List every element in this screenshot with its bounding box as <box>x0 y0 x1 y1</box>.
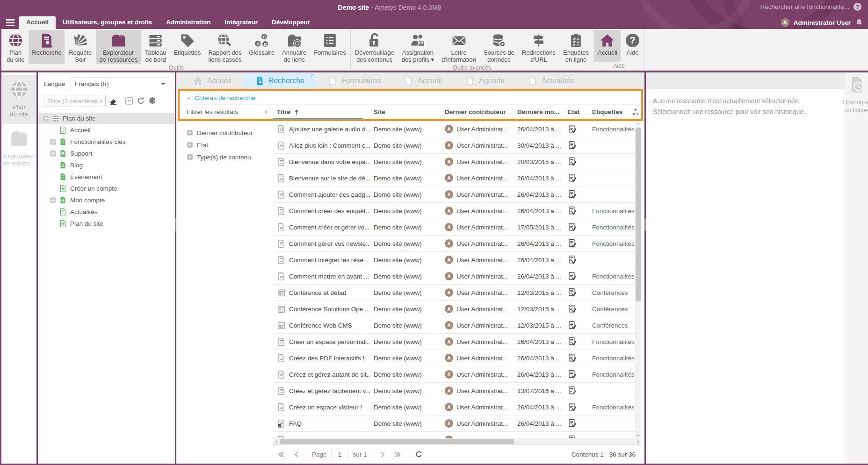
language-select[interactable]: Français (fr) <box>71 78 169 90</box>
workspace-tab-accueil[interactable]: Accueil <box>392 72 454 89</box>
ribbon-button-lettre[interactable]: Lettre d'information <box>438 30 479 64</box>
criteria-toggle-link[interactable]: Critères de recherche <box>195 94 255 101</box>
expand-plus-icon[interactable] <box>187 142 193 148</box>
table-row[interactable]: Comment ajouter des gadg...Demo site (ww… <box>273 186 641 203</box>
ribbon-button-formulaires[interactable]: Formulaires <box>311 30 349 64</box>
expand-plus-icon[interactable] <box>187 129 193 136</box>
tree-node-plan-du-site[interactable]: Plan du site <box>38 218 175 229</box>
column-header-titre[interactable]: Titre <box>273 105 370 119</box>
table-row[interactable]: Créez un espace visiteur !Demo site (www… <box>273 399 641 415</box>
table-row[interactable]: Créer un espace personnali...Demo site (… <box>273 334 641 350</box>
table-row[interactable]: Comment gérer vos newsle...Demo site (ww… <box>273 236 641 252</box>
table-row[interactable]: Ajoutez une galerie audio d...Demo site … <box>273 121 641 137</box>
scroll-left-icon[interactable] <box>273 438 279 444</box>
tree-node-mon-compte[interactable]: Mon compte <box>38 194 175 206</box>
menu-tab-int-grateur[interactable]: Intégrateur <box>218 16 265 29</box>
feature-search[interactable]: Rechercher une fonctionnalité... ? <box>760 3 861 11</box>
vertical-scrollbar[interactable] <box>635 121 641 438</box>
workspace-tab-recherche[interactable]: Recherche <box>243 72 316 89</box>
splitter[interactable] <box>175 72 176 464</box>
user-name[interactable]: Administrator User <box>794 19 851 26</box>
table-row[interactable]: Comment créer et gérer vo...Demo site (w… <box>273 219 641 236</box>
tree-node-cr-er-un-compte[interactable]: Créer un compte <box>38 183 175 194</box>
table-row[interactable]: Comment créer des enquêt...Demo site (ww… <box>273 203 641 219</box>
minus-expander-icon[interactable] <box>42 115 49 122</box>
workspace-tab-actualit-s[interactable]: Actualités <box>516 72 586 89</box>
feature-search-placeholder[interactable]: Rechercher une fonctionnalité... <box>760 3 849 10</box>
vertical-scrollbar-thumb[interactable] <box>636 128 641 301</box>
tree-node-plan-du-site[interactable]: Plan du site <box>38 113 175 124</box>
tree-node-fonctionnalit-s-cl-s[interactable]: Fonctionnalités clés <box>38 136 175 148</box>
plus-expander-icon[interactable] <box>50 150 57 157</box>
ribbon-button-annuaire[interactable]: Annuaire de liens <box>279 30 310 64</box>
collapse-up-icon[interactable] <box>187 96 191 100</box>
scroll-down-icon[interactable] <box>635 433 641 438</box>
menu-tab-utilisateurs-groupes-et-droits[interactable]: Utilisateurs, groupes et droits <box>56 16 159 29</box>
last-page-icon[interactable] <box>392 451 403 458</box>
plugin-puzzle-icon[interactable] <box>148 97 157 105</box>
column-header-etiquettes[interactable]: Etiquettes <box>588 105 630 119</box>
table-row[interactable]: Conférence et débatDemo site (www)AUser … <box>273 285 641 301</box>
expand-plus-icon[interactable] <box>187 154 193 160</box>
horizontal-scrollbar-thumb[interactable] <box>280 439 514 444</box>
menu-tab-administration[interactable]: Administration <box>159 16 217 29</box>
ribbon-button-explorateur[interactable]: Explorateur de ressources <box>96 30 141 64</box>
workspace-tab-accueil[interactable]: Accueil <box>181 72 243 89</box>
ribbon-button-enqu-tes[interactable]: Enquêtes en ligne <box>560 30 592 64</box>
ribbon-button-redirections[interactable]: Redirections d'URL <box>519 30 559 64</box>
collapse-all-icon[interactable] <box>125 97 133 105</box>
sort-a-z-icon[interactable]: A·Z <box>630 107 641 117</box>
close-tab-icon[interactable] <box>310 73 314 77</box>
ribbon-button-glossaire[interactable]: CABGlossaire <box>246 30 278 64</box>
workspace-tab-formulaires[interactable]: Formulaires <box>316 72 392 89</box>
ribbon-button-sources-de[interactable]: Sources de données <box>480 30 518 64</box>
table-row[interactable]: Comment intégrer les rése...Demo site (w… <box>273 252 641 268</box>
menu-tab-d-veloppeur[interactable]: Développeur <box>265 16 317 29</box>
table-row[interactable]: Conférence Web CMSDemo site (www)AUser A… <box>273 317 641 334</box>
table-row[interactable]: Créez et gérez facilement v...Demo site … <box>273 383 641 399</box>
table-row[interactable]: Bienvenue dans votre espa...Demo site (w… <box>273 154 641 170</box>
tree-filter-input[interactable] <box>44 95 106 107</box>
ribbon-button-accueil[interactable]: Accueil <box>594 30 621 62</box>
clear-filter-eraser-icon[interactable] <box>109 97 118 106</box>
refresh-icon[interactable] <box>137 97 145 105</box>
table-row[interactable]: Conférence Solutions Ope...Demo site (ww… <box>273 301 641 317</box>
tree-node-support[interactable]: Support <box>38 148 175 159</box>
file-history-side-tab[interactable]: Historique du fichier <box>845 72 868 464</box>
column-header-derni-re-mo-[interactable]: Dernière mo... <box>514 105 564 119</box>
notifications-bell-icon[interactable] <box>855 18 863 27</box>
next-page-icon[interactable] <box>377 451 388 458</box>
ribbon-button-plan[interactable]: Plan du site <box>3 30 28 64</box>
ribbon-button-etiquettes[interactable]: Etiquettes <box>171 30 204 64</box>
horizontal-scrollbar[interactable] <box>273 438 641 444</box>
column-header-site[interactable]: Site <box>370 105 441 119</box>
splitter-grip[interactable] <box>175 218 176 231</box>
filter-group-etat[interactable]: Etat <box>187 139 273 151</box>
filter-group-type-s-de-contenu[interactable]: Type(s) de contenu <box>187 151 273 163</box>
table-row[interactable]: A <box>273 432 641 438</box>
tree-node--v-nement[interactable]: Évènement <box>38 171 175 183</box>
table-row[interactable]: Allez plus loin : Comment c...Demo site … <box>273 137 641 154</box>
filter-results-header[interactable]: Filtrer les résultats <box>180 108 273 115</box>
table-row[interactable]: Comment mettre en avant ...Demo site (ww… <box>273 268 641 285</box>
collapse-left-icon[interactable] <box>263 109 268 114</box>
tree-node-actualit-s[interactable]: Actualités <box>38 206 175 218</box>
filter-group-dernier-contributeur[interactable]: Dernier contributeur <box>187 127 273 139</box>
scroll-up-icon[interactable] <box>635 121 641 127</box>
ribbon-button-tableau[interactable]: Tableau de bord <box>142 30 170 64</box>
workspace-tab-agenda[interactable]: Agenda <box>454 72 516 89</box>
table-row[interactable]: Bienvenue sur le site de dé...Demo site … <box>273 170 641 186</box>
hamburger-menu-icon[interactable] <box>1 16 19 29</box>
refresh-results-icon[interactable] <box>413 451 425 458</box>
column-header-dernier-contributeur[interactable]: Dernier contributeur <box>441 105 514 119</box>
ribbon-button-aide[interactable]: ?Aide <box>622 30 644 62</box>
ribbon-button-d-verrouillage[interactable]: Déverrouillage des contenus <box>352 30 398 64</box>
plus-expander-icon[interactable] <box>50 138 57 145</box>
table-row[interactable]: Créez des PDF interactifs !Demo site (ww… <box>273 350 641 366</box>
first-page-icon[interactable] <box>276 451 287 458</box>
previous-page-icon[interactable] <box>291 451 302 458</box>
table-row[interactable]: ?FAQDemo site (www)AUser Administrat...2… <box>273 415 641 432</box>
tool-strip-item-plan[interactable]: Plan du site <box>1 75 36 124</box>
scroll-right-icon[interactable] <box>635 438 641 444</box>
ribbon-button-requ-te[interactable]: Requête Solr <box>65 30 95 64</box>
